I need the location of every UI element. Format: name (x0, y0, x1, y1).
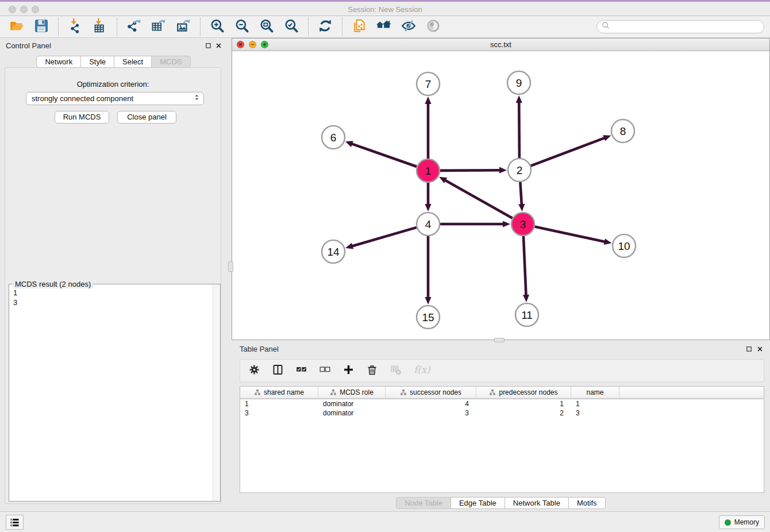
main-toolbar (0, 16, 770, 38)
column-visibility-button[interactable] (271, 363, 284, 378)
column-header-name[interactable]: name (571, 387, 619, 398)
select-all-button[interactable] (294, 363, 308, 378)
network-window-titlebar[interactable]: scc.txt (232, 38, 769, 51)
zoom-out-button[interactable] (234, 19, 250, 35)
column-header-shared-name[interactable]: shared name (240, 387, 318, 398)
svg-text:15: 15 (422, 311, 434, 323)
zoom-fit-button[interactable] (259, 19, 275, 35)
toolbar-group (58, 18, 117, 36)
graph-node-8[interactable]: 8 (611, 119, 634, 142)
svg-text:1: 1 (425, 165, 432, 177)
import-network-button[interactable] (67, 19, 83, 35)
svg-text:2: 2 (517, 164, 523, 176)
graph-edge-1-2[interactable] (440, 167, 507, 174)
add-column-button[interactable] (341, 363, 355, 378)
plus-icon (342, 364, 355, 378)
column-header-predecessor-nodes[interactable]: predecessor nodes (476, 387, 571, 398)
network-window-title: scc.txt (232, 40, 769, 49)
graph-edge-1-6[interactable] (345, 141, 417, 167)
show-panels-button[interactable] (6, 515, 24, 530)
table-header-row: shared nameMCDS rolesuccessor nodesprede… (240, 387, 764, 399)
graph-node-11[interactable]: 11 (515, 303, 538, 326)
table-close-icon[interactable] (756, 345, 764, 353)
table-tab-network-table[interactable]: Network Table (505, 497, 569, 509)
graph-edge-3-11[interactable] (523, 236, 529, 302)
graph-edge-4-3[interactable] (440, 221, 510, 227)
criterion-dropdown[interactable]: strongly connected component (26, 92, 204, 105)
graph-edge-4-15[interactable] (425, 236, 431, 304)
table-toolbar: f(x) (240, 359, 764, 382)
table-tab-edge-table[interactable]: Edge Table (451, 497, 505, 509)
result-scrollbar[interactable] (213, 284, 220, 501)
graph-node-2[interactable]: 2 (508, 159, 531, 182)
home-button[interactable] (376, 19, 392, 35)
control-tab-network[interactable]: Network (36, 56, 81, 68)
toolbar-group (308, 18, 342, 36)
graph-edge-2-8[interactable] (531, 135, 611, 165)
table-tab-node-table[interactable]: Node Table (396, 497, 451, 509)
export-network-button[interactable] (126, 19, 142, 35)
control-tab-style[interactable]: Style (80, 56, 114, 68)
save-session-button[interactable] (33, 19, 49, 35)
zoom-fit-icon (259, 18, 274, 36)
graph-edge-2-3[interactable] (518, 182, 525, 211)
search-box[interactable] (596, 20, 764, 33)
export-table-button[interactable] (151, 19, 167, 35)
graph-edge-1-4[interactable] (425, 183, 431, 211)
show-graphics-button[interactable] (425, 19, 441, 35)
import-table-button[interactable] (92, 19, 108, 35)
control-tab-select[interactable]: Select (114, 56, 152, 68)
control-tab-mcds[interactable]: MCDS (151, 56, 190, 68)
network-canvas[interactable]: 7968124314101511 (232, 51, 769, 340)
homes-icon (376, 18, 391, 36)
graph-node-3[interactable]: 3 (511, 213, 534, 236)
graph-node-7[interactable]: 7 (417, 72, 440, 95)
deselect-all-button[interactable] (318, 363, 332, 378)
table-float-icon[interactable] (745, 345, 753, 353)
graph-node-15[interactable]: 15 (417, 306, 440, 329)
table-settings-button[interactable] (247, 363, 261, 378)
cell-shared-name: 1 (240, 400, 318, 408)
memory-button[interactable]: Memory (719, 515, 765, 529)
graph-edge-2-9[interactable] (516, 95, 522, 158)
column-label: name (586, 388, 603, 396)
export-image-button[interactable] (175, 19, 191, 35)
horizontal-splitter-handle[interactable] (494, 338, 505, 342)
column-label: shared name (264, 388, 304, 396)
close-panel-icon[interactable] (215, 42, 222, 49)
graph-node-9[interactable]: 9 (507, 71, 530, 94)
fx-icon: f(x) (412, 363, 432, 378)
cell-successor-nodes: 4 (386, 400, 476, 408)
close-panel-button[interactable]: Close panel (117, 111, 176, 124)
zoom-in-button[interactable] (209, 19, 225, 35)
eye-slash-icon (401, 18, 416, 36)
table-row[interactable]: 1dominator411 (240, 399, 764, 408)
open-session-button[interactable] (9, 19, 25, 35)
table-row[interactable]: 3dominator323 (240, 408, 764, 418)
graph-edge-3-1[interactable] (439, 177, 513, 218)
svg-text:4: 4 (425, 218, 432, 230)
graph-node-4[interactable]: 4 (417, 213, 440, 236)
graph-edge-3-10[interactable] (535, 226, 612, 245)
graph-node-1[interactable]: 1 (417, 159, 440, 182)
apply-layout-button[interactable] (317, 19, 333, 35)
refresh-icon (318, 18, 333, 36)
zoom-selected-button[interactable] (283, 19, 299, 35)
vizmapper-button[interactable] (401, 19, 417, 35)
column-header-successor-nodes[interactable]: successor nodes (386, 387, 476, 398)
search-input[interactable] (611, 21, 764, 33)
network-overview-button[interactable] (351, 19, 367, 35)
delete-column-button[interactable] (365, 363, 379, 378)
run-mcds-button[interactable]: Run MCDS (55, 111, 109, 124)
graph-node-6[interactable]: 6 (322, 126, 345, 149)
vertical-splitter-handle[interactable] (228, 261, 233, 272)
graph-node-10[interactable]: 10 (613, 234, 636, 257)
dropdown-stepper-icon (192, 93, 201, 103)
column-header-MCDS-role[interactable]: MCDS role (318, 387, 386, 398)
graph-node-14[interactable]: 14 (322, 240, 345, 263)
graph-edge-1-7[interactable] (425, 97, 431, 159)
table-tab-motifs[interactable]: Motifs (568, 497, 606, 509)
graph-edge-4-14[interactable] (345, 228, 417, 249)
float-panel-icon[interactable] (205, 42, 212, 49)
header-filler (619, 387, 764, 398)
